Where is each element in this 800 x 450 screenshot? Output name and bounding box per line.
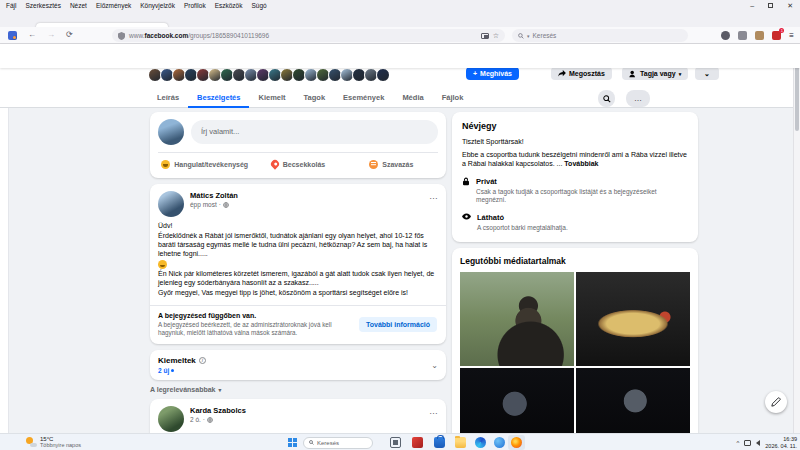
extension-icon[interactable]	[755, 31, 764, 40]
extension-badge: 1	[779, 28, 784, 33]
edit-pencil-icon	[771, 397, 781, 407]
invite-button[interactable]: + Meghívás	[466, 67, 519, 80]
post-menu-icon[interactable]: …	[429, 191, 438, 217]
search-icon	[518, 33, 524, 39]
mood-activity-button[interactable]: Hangulat/tevékenység	[158, 153, 251, 175]
app-menu-icon[interactable]: ≡	[789, 31, 794, 40]
poll-button[interactable]: Szavazás	[345, 153, 438, 175]
browser-search-bar[interactable]: ▾ Keresés	[512, 29, 688, 42]
tab-leiras[interactable]: Leírás	[148, 88, 188, 108]
featured-section[interactable]: Kiemeltek i 2 új ⌄	[150, 350, 446, 380]
facebook-topbar	[0, 44, 800, 68]
task-view-icon[interactable]	[390, 437, 401, 448]
menu-help[interactable]: Súgó	[251, 2, 266, 9]
reload-button[interactable]: ⟳	[66, 31, 73, 39]
start-button[interactable]	[288, 438, 297, 447]
group-search-icon[interactable]	[598, 90, 615, 107]
about-title: Névjegy	[462, 121, 688, 131]
my-avatar[interactable]	[158, 119, 184, 145]
menu-tools[interactable]: Eszközök	[215, 2, 243, 9]
bookmark-star-icon[interactable]: ☆	[493, 32, 499, 40]
author-name[interactable]: Mátics Zoltán	[190, 191, 238, 200]
shield-lock-icon	[118, 32, 125, 40]
info-icon[interactable]: i	[199, 357, 206, 364]
screenshot-icon[interactable]	[481, 33, 489, 39]
poll-icon	[369, 160, 378, 169]
taskbar-clock[interactable]: 16:39 2026. 04. 11.	[765, 436, 797, 449]
sidebar-column: Névjegy Tisztelt Sporttársak! Ebbe a cso…	[452, 112, 698, 433]
menu-bookmarks[interactable]: Könyvjelzők	[140, 2, 175, 9]
media-grid	[460, 272, 690, 433]
checkin-button[interactable]: Becsekkolás	[251, 153, 344, 175]
firefox-icon[interactable]	[511, 437, 522, 448]
edge-icon[interactable]	[475, 437, 486, 448]
tab-kiemelt[interactable]: Kiemelt	[249, 88, 294, 108]
member-avatar[interactable]	[376, 68, 390, 82]
media-thumbnail-3[interactable]	[460, 368, 574, 433]
close-button[interactable]: ✕	[787, 2, 793, 10]
see-more-link[interactable]: Továbbiak	[564, 160, 598, 167]
more-info-button[interactable]: További információ	[359, 317, 437, 332]
privacy-description: Csak a tagok tudják a csoporttagok listá…	[476, 188, 688, 205]
tab-beszelgetes[interactable]: Beszélgetés	[188, 88, 249, 108]
weather-icon	[26, 437, 36, 447]
author-avatar[interactable]	[158, 406, 184, 432]
browser-scrollbar[interactable]	[793, 44, 800, 433]
globe-privacy-icon	[223, 202, 229, 208]
menu-edit[interactable]: Szerkesztés	[25, 2, 60, 9]
window-controls: – ✕	[750, 0, 800, 11]
group-header: + Meghívás Megosztás Tagja vagy ▾ ⌄ Leír…	[0, 68, 793, 108]
minimize-button[interactable]: –	[750, 2, 754, 9]
menu-profiles[interactable]: Profilok	[184, 2, 206, 9]
sort-selector[interactable]: A legrelevánsabbak ▾	[150, 386, 446, 393]
menu-file[interactable]: Fájl	[6, 2, 16, 9]
more-header-actions-button[interactable]: ⌄	[695, 67, 719, 80]
share-button[interactable]: Megosztás	[551, 67, 612, 80]
media-thumbnail-4[interactable]	[576, 368, 690, 433]
visibility-description: A csoportot bárki megtalálhatja.	[477, 224, 568, 232]
chevron-down-icon: ▾	[679, 71, 682, 77]
app-icon-blue[interactable]	[494, 437, 505, 448]
composer-input[interactable]: Írj valamit...	[191, 120, 438, 144]
share-extension-icon[interactable]	[738, 31, 747, 40]
recent-media-card: Legutóbbi médiatartalmak	[452, 248, 698, 433]
app-icon-red[interactable]	[412, 437, 423, 448]
post-menu-icon[interactable]: …	[429, 406, 438, 432]
expand-chevron-icon[interactable]: ⌄	[431, 361, 438, 370]
menu-view[interactable]: Nézet	[70, 2, 87, 9]
tab-esemenyek[interactable]: Események	[334, 88, 393, 108]
search-engine-chevron-icon[interactable]: ▾	[527, 33, 530, 39]
taskbar-search[interactable]: Keresés	[303, 437, 373, 449]
pending-post: Mátics Zoltán épp most · … Üdv! Érdeklőd…	[150, 184, 446, 344]
tray-expand-icon[interactable]: ^	[736, 440, 739, 446]
globe-privacy-icon	[207, 417, 213, 423]
forward-button[interactable]: →	[47, 31, 55, 39]
file-explorer-icon[interactable]	[455, 437, 466, 448]
url-bar[interactable]: www.facebook.com/groups/1865890410119696…	[112, 29, 505, 42]
author-name[interactable]: Karda Szabolcs	[190, 406, 246, 415]
search-icon	[309, 440, 314, 445]
display-tray-icon[interactable]	[744, 440, 751, 446]
tab-tagok[interactable]: Tagok	[295, 88, 335, 108]
tab-fajlok[interactable]: Fájlok	[433, 88, 473, 108]
adblock-extension-icon[interactable]: 1	[772, 31, 781, 40]
volume-icon[interactable]	[756, 440, 760, 446]
account-extension-icon[interactable]	[721, 31, 730, 40]
maximize-button[interactable]	[768, 3, 773, 8]
media-thumbnail-1[interactable]	[460, 272, 574, 366]
pending-notice: A bejegyzésed függőben van. A bejegyzése…	[150, 305, 446, 344]
joined-button[interactable]: Tagja vagy ▾	[622, 67, 688, 80]
tab-media[interactable]: Média	[393, 88, 432, 108]
system-tray: ^ 16:39 2026. 04. 11.	[736, 434, 797, 450]
weather-widget[interactable]: 15°C Többnyire napos	[26, 436, 81, 448]
eye-icon	[462, 213, 471, 220]
media-thumbnail-2[interactable]	[576, 272, 690, 366]
post-time: épp most	[190, 201, 217, 208]
author-avatar[interactable]	[158, 191, 184, 217]
microsoft-store-icon[interactable]	[434, 437, 445, 448]
create-post-fab[interactable]	[765, 391, 787, 413]
group-more-icon[interactable]: …	[626, 90, 650, 107]
import-bookmarks-icon[interactable]	[8, 31, 17, 40]
menu-history[interactable]: Előzmények	[96, 2, 131, 9]
back-button[interactable]: ←	[28, 31, 36, 39]
